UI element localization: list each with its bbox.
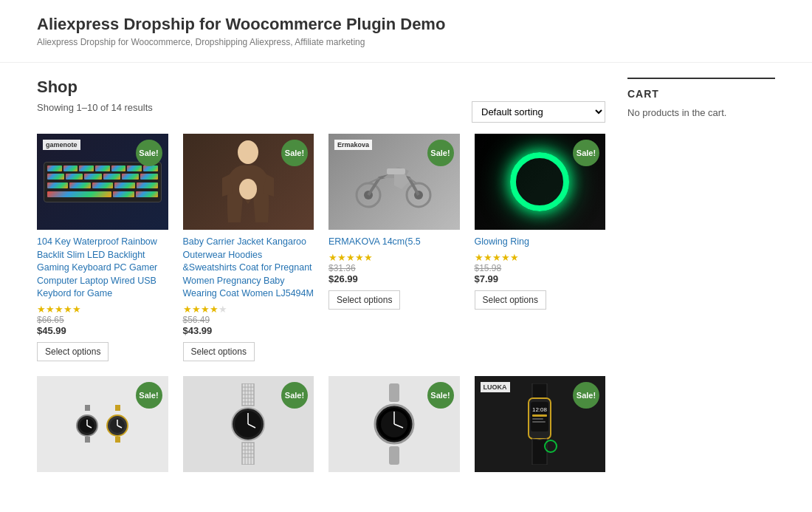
product-image: Sale! <box>475 134 606 230</box>
svg-rect-10 <box>85 437 90 443</box>
cart-empty-message: No products in the cart. <box>627 107 775 118</box>
sale-badge: Sale! <box>281 382 308 409</box>
sale-badge: Sale! <box>136 382 162 409</box>
site-title[interactable]: Aliexpress Dropship for Woocommerce Plug… <box>37 15 445 33</box>
product-title[interactable]: ERMAKOVA 14cm(5.5 <box>328 236 460 249</box>
sale-badge: Sale! <box>573 140 599 166</box>
svg-rect-6 <box>387 168 405 174</box>
product-image: Sale! <box>37 376 168 472</box>
product-card: Ermakova Sale! <box>328 134 460 361</box>
sale-badge: Sale! <box>427 140 454 166</box>
price-original: $15.98 <box>475 263 606 273</box>
svg-rect-52 <box>532 421 546 423</box>
product-stars: ★★★★★ <box>475 252 606 263</box>
price-sale: $7.99 <box>475 273 606 284</box>
sidebar-divider <box>627 78 775 79</box>
product-card: Sale! Glowing Ring ★★★★★ $15.98 $7.99 Se… <box>475 134 606 361</box>
product-card: Sale! <box>37 376 168 472</box>
watch-svg-2 <box>105 403 131 444</box>
product-card: gamenote Sale! 104 Key Waterproof Rainbo… <box>37 134 168 361</box>
svg-rect-16 <box>115 437 120 443</box>
select-options-button[interactable]: Select options <box>328 290 400 310</box>
motorcycle-svg <box>354 152 435 211</box>
product-image: gamenote Sale! <box>37 134 168 230</box>
round-watch-svg <box>368 383 420 465</box>
svg-rect-51 <box>532 418 543 420</box>
product-stars: ★★★★★ <box>328 252 460 263</box>
svg-rect-50 <box>532 414 547 417</box>
fitness-band-svg: 12:08 <box>510 383 569 465</box>
sale-badge: Sale! <box>136 140 162 166</box>
price-sale: $45.99 <box>37 325 168 336</box>
sidebar: CART No products in the cart. <box>627 78 775 472</box>
svg-rect-46 <box>389 446 399 465</box>
select-options-button[interactable]: Select options <box>183 342 255 361</box>
brand-logo: LUOKA <box>481 382 510 392</box>
watch-svg <box>75 403 100 444</box>
svg-point-0 <box>238 140 258 164</box>
product-card: Sale! <box>183 376 314 472</box>
keyboard-visual <box>44 162 162 202</box>
main-container: Shop Showing 1–10 of 14 results Default … <box>0 63 812 487</box>
svg-point-1 <box>239 179 257 199</box>
product-image: Sale! <box>183 134 314 230</box>
product-stars: ★★★★★ <box>37 304 168 315</box>
mesh-watch-svg <box>226 383 270 465</box>
ring-glow <box>510 152 569 211</box>
select-options-button[interactable]: Select options <box>37 342 109 361</box>
svg-rect-13 <box>115 405 120 411</box>
sale-badge: Sale! <box>427 382 454 409</box>
svg-rect-7 <box>85 405 90 411</box>
product-image: Ermakova Sale! <box>328 134 460 230</box>
cart-title: CART <box>627 88 775 100</box>
brand-logo: Ermakova <box>334 140 372 150</box>
price-original: $66.65 <box>37 315 168 325</box>
product-image: Sale! <box>183 376 314 472</box>
product-image: LUOKA Sale! 12:08 <box>475 376 606 472</box>
brand-logo: gamenote <box>43 140 80 150</box>
product-image: Sale! <box>328 376 460 472</box>
results-info: Showing 1–10 of 14 results <box>37 102 153 113</box>
sale-badge: Sale! <box>281 140 308 166</box>
product-card: Sale! <box>328 376 460 472</box>
site-description: Aliexpress Dropship for Woocommerce, Dro… <box>37 37 775 47</box>
price-original: $31.36 <box>328 263 460 273</box>
shop-content: Shop Showing 1–10 of 14 results Default … <box>37 78 605 472</box>
product-stars: ★★★★★ <box>183 304 314 315</box>
product-card: LUOKA Sale! 12:08 <box>475 376 606 472</box>
shop-title: Shop <box>37 78 605 97</box>
sale-badge: Sale! <box>573 382 599 409</box>
products-grid: gamenote Sale! 104 Key Waterproof Rainbo… <box>37 134 605 472</box>
select-options-button[interactable]: Select options <box>475 290 546 310</box>
site-header: Aliexpress Dropship for Woocommerce Plug… <box>0 0 812 63</box>
svg-rect-40 <box>389 383 399 402</box>
shop-toolbar: Showing 1–10 of 14 results Default sorti… <box>37 101 605 123</box>
product-title[interactable]: Glowing Ring <box>475 236 606 249</box>
product-title[interactable]: 104 Key Waterproof Rainbow Backlit Slim … <box>37 236 168 301</box>
price-sale: $26.99 <box>328 273 460 284</box>
sorting-select[interactable]: Default sorting Sort by popularity Sort … <box>472 101 605 123</box>
price-original: $56.49 <box>183 315 314 325</box>
svg-text:12:08: 12:08 <box>532 406 548 413</box>
jacket-svg <box>215 137 281 226</box>
product-title[interactable]: Baby Carrier Jacket Kangaroo Outerwear H… <box>183 236 314 301</box>
price-sale: $43.99 <box>183 325 314 336</box>
product-card: Sale! Baby Carrier Jacket Kangaroo Outer… <box>183 134 314 361</box>
